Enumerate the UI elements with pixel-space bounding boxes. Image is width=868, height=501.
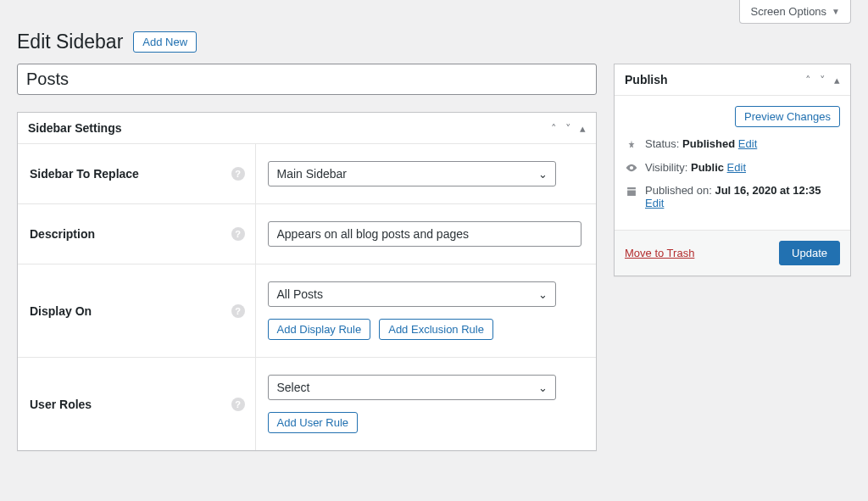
row-label-user-roles: User Roles [30,398,92,411]
caret-down-icon: ▼ [832,7,840,16]
description-input[interactable] [268,221,581,247]
move-up-icon[interactable]: ˄ [551,122,557,135]
help-icon[interactable]: ? [231,227,245,241]
add-user-rule-button[interactable]: Add User Rule [268,412,359,433]
visibility-edit-link[interactable]: Edit [727,161,746,174]
row-label-display-on: Display On [30,304,92,318]
publish-panel: Publish ˄ ˅ ▴ Preview Changes Status: [614,64,851,276]
status-value: Published [682,137,735,150]
calendar-icon [625,184,638,198]
help-icon[interactable]: ? [231,304,245,318]
add-new-button[interactable]: Add New [133,31,197,53]
move-up-icon[interactable]: ˄ [805,74,811,86]
visibility-label: Visibility: [645,161,687,174]
add-exclusion-rule-button[interactable]: Add Exclusion Rule [379,319,493,340]
update-button[interactable]: Update [779,241,840,265]
add-display-rule-button[interactable]: Add Display Rule [268,319,371,340]
preview-changes-button[interactable]: Preview Changes [735,106,840,127]
row-label-description: Description [30,227,95,241]
sidebar-to-replace-select[interactable]: Main Sidebar [268,161,556,186]
row-label-sidebar-replace: Sidebar To Replace [30,167,139,181]
help-icon[interactable]: ? [231,398,245,411]
screen-options-label: Screen Options [750,5,826,18]
help-icon[interactable]: ? [231,167,245,181]
status-edit-link[interactable]: Edit [738,137,757,150]
pin-icon [625,137,638,151]
move-down-icon[interactable]: ˅ [820,74,826,86]
eye-icon [625,161,638,175]
collapse-icon[interactable]: ▴ [834,74,840,86]
sidebar-settings-panel: Sidebar Settings ˄ ˅ ▴ Sidebar To Replac… [17,112,597,451]
move-to-trash-link[interactable]: Move to Trash [625,247,694,259]
display-on-select[interactable]: All Posts [268,281,556,307]
collapse-icon[interactable]: ▴ [580,122,586,135]
screen-options-toggle[interactable]: Screen Options ▼ [739,0,851,24]
page-title: Edit Sidebar [17,31,123,53]
title-input[interactable] [17,64,597,95]
user-roles-select[interactable]: Select [268,375,556,400]
publish-title: Publish [625,73,668,86]
move-down-icon[interactable]: ˅ [565,122,571,135]
published-value: Jul 16, 2020 at 12:35 [715,184,821,197]
status-label: Status: [645,137,679,150]
panel-title: Sidebar Settings [28,121,121,135]
published-label: Published on: [645,184,712,197]
visibility-value: Public [691,161,724,174]
published-edit-link[interactable]: Edit [645,197,664,209]
